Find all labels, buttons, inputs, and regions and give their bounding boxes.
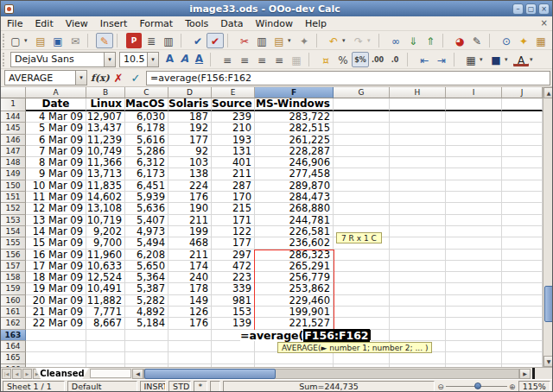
borders-dropdown-icon[interactable]: ▾ xyxy=(480,52,487,67)
column-header[interactable]: B xyxy=(86,87,125,98)
cell[interactable] xyxy=(502,203,543,214)
cell[interactable]: 7 Mar 09 xyxy=(26,146,86,157)
cell[interactable] xyxy=(334,203,390,214)
cell[interactable] xyxy=(86,330,125,341)
cell[interactable] xyxy=(168,352,212,364)
decrease-indent-icon[interactable]: ⇤ xyxy=(416,52,433,67)
column-header[interactable]: F xyxy=(255,87,334,98)
cell[interactable] xyxy=(334,135,390,146)
menu-item[interactable]: Edit xyxy=(29,17,59,30)
cell[interactable]: 240 xyxy=(168,272,212,283)
cell[interactable]: 283,722 xyxy=(255,111,334,123)
standard-format-icon[interactable]: $% xyxy=(352,52,369,67)
cell[interactable] xyxy=(390,237,446,249)
row-header[interactable]: 161 xyxy=(1,307,26,318)
cell[interactable]: 13,437 xyxy=(86,123,125,134)
justify-icon[interactable]: ≡ xyxy=(270,52,288,67)
cell[interactable] xyxy=(168,341,212,352)
delete-decimal-icon[interactable]: .0 xyxy=(386,52,404,67)
name-box[interactable]: AVERAGE ▾ xyxy=(4,70,87,85)
cell[interactable] xyxy=(334,168,390,180)
cell[interactable]: 15 Mar 09 xyxy=(26,237,86,249)
cell[interactable]: 138 xyxy=(168,168,212,180)
name-box-dropdown-icon[interactable]: ▾ xyxy=(75,71,86,85)
column-header[interactable]: A xyxy=(26,87,86,98)
cell[interactable] xyxy=(86,341,125,352)
cell[interactable] xyxy=(390,157,446,168)
cell[interactable] xyxy=(446,307,502,318)
cell[interactable]: 246,906 xyxy=(255,157,334,168)
cell[interactable] xyxy=(502,352,543,364)
cell[interactable]: 5,616 xyxy=(125,135,168,146)
cell[interactable]: 11,239 xyxy=(86,135,125,146)
cell[interactable]: 253,862 xyxy=(255,283,334,294)
cell[interactable] xyxy=(390,180,446,192)
cell[interactable] xyxy=(334,261,390,272)
cell[interactable]: 21 Mar 09 xyxy=(26,307,86,318)
cell[interactable] xyxy=(334,307,390,318)
cell[interactable] xyxy=(390,111,446,123)
menu-item[interactable]: Data xyxy=(214,17,249,30)
cell[interactable]: 13,713 xyxy=(86,168,125,180)
cell[interactable] xyxy=(390,250,446,261)
cell[interactable]: 5,939 xyxy=(125,192,168,203)
cell[interactable]: 236,602 xyxy=(255,237,334,249)
row-header[interactable]: 152 xyxy=(1,203,26,214)
row-header[interactable]: 157 xyxy=(1,261,26,272)
cell[interactable]: 5,364 xyxy=(125,272,168,283)
cell[interactable]: 468 xyxy=(168,237,212,249)
cell[interactable] xyxy=(26,341,86,352)
row-header[interactable]: 156 xyxy=(1,250,26,261)
cell[interactable]: 11,960 xyxy=(86,250,125,261)
cell[interactable] xyxy=(86,352,125,364)
menu-item[interactable]: Format xyxy=(133,17,179,30)
cell[interactable] xyxy=(502,341,543,352)
cell[interactable] xyxy=(390,98,446,111)
column-header[interactable]: E xyxy=(212,87,255,98)
cell[interactable] xyxy=(502,283,543,294)
cell[interactable] xyxy=(125,352,168,364)
cell[interactable]: 261,225 xyxy=(255,135,334,146)
zoom-slider-thumb[interactable] xyxy=(474,383,481,389)
undo-dropdown-icon[interactable]: ▾ xyxy=(342,33,350,48)
cell[interactable]: MS-Windows xyxy=(255,98,334,111)
cell[interactable] xyxy=(446,180,502,192)
cell[interactable] xyxy=(334,318,390,329)
cell[interactable] xyxy=(390,318,446,329)
cell[interactable] xyxy=(390,330,446,341)
cell[interactable] xyxy=(212,341,255,352)
menu-item[interactable]: File xyxy=(1,17,29,30)
cell[interactable]: 12 Mar 09 xyxy=(26,203,86,214)
cell[interactable]: 14,602 xyxy=(86,192,125,203)
cell[interactable] xyxy=(125,330,168,341)
cancel-icon[interactable]: ✗ xyxy=(111,72,125,85)
cell[interactable]: 12,524 xyxy=(86,272,125,283)
menu-item[interactable]: Insert xyxy=(94,17,134,30)
cell[interactable] xyxy=(446,295,502,307)
paste-icon[interactable]: ▤ xyxy=(270,33,288,48)
cell[interactable]: 6,312 xyxy=(125,157,168,168)
align-left-icon[interactable]: ≡ xyxy=(219,52,236,67)
cell[interactable] xyxy=(334,111,390,123)
cell[interactable]: 277,458 xyxy=(255,168,334,180)
bold-icon[interactable]: A xyxy=(162,52,177,67)
cell[interactable] xyxy=(334,180,390,192)
cell[interactable] xyxy=(390,261,446,272)
cell[interactable] xyxy=(26,352,86,364)
cell[interactable] xyxy=(502,180,543,192)
cell[interactable]: 199,901 xyxy=(255,307,334,318)
cell[interactable]: 5,282 xyxy=(125,295,168,307)
cell[interactable]: 176 xyxy=(168,318,212,329)
formula-input[interactable]: =average(F156:F162 xyxy=(146,71,550,85)
cell[interactable]: 5,407 xyxy=(125,215,168,226)
menu-item[interactable]: View xyxy=(60,17,94,30)
cell[interactable]: 5,494 xyxy=(125,237,168,249)
row-header[interactable]: 162 xyxy=(1,318,26,329)
cell[interactable]: 8,667 xyxy=(86,318,125,329)
previous-sheet-icon[interactable]: ◀ xyxy=(12,369,22,379)
cell[interactable] xyxy=(446,250,502,261)
minimize-button[interactable]: – xyxy=(512,3,524,15)
cell[interactable]: 126 xyxy=(168,307,212,318)
selection-mode-indicator[interactable]: STD xyxy=(168,381,191,392)
cell[interactable] xyxy=(502,215,543,226)
